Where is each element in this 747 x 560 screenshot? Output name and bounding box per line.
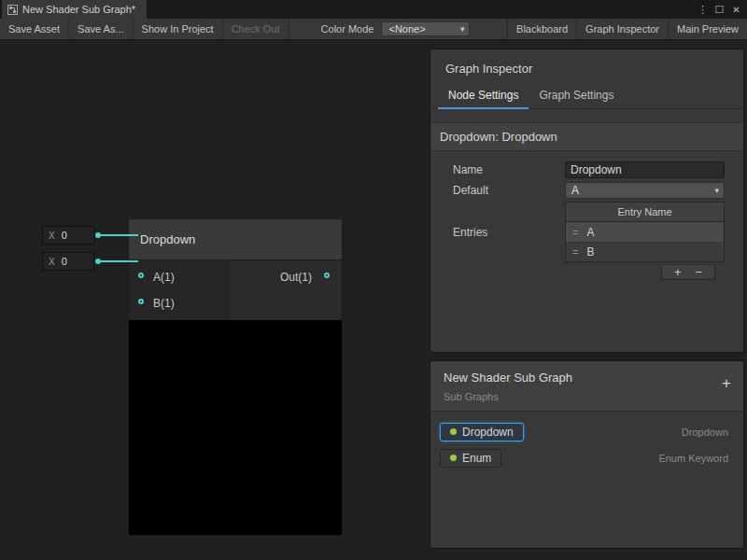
node-port-area: A(1) B(1) Out(1) bbox=[129, 260, 342, 320]
property-type-label: Enum Keyword bbox=[658, 453, 728, 464]
node-title[interactable]: Dropdown bbox=[129, 219, 342, 260]
default-dropdown-value: A bbox=[571, 184, 579, 197]
entries-list: Entry Name = A = B bbox=[565, 202, 725, 262]
entries-footer-row: + − bbox=[453, 262, 725, 281]
name-input[interactable] bbox=[565, 161, 725, 178]
default-dropdown[interactable]: A ▾ bbox=[565, 182, 725, 199]
graph-toolbar: Save Asset Save As... Show In Project Ch… bbox=[0, 19, 747, 40]
slot-b-value-widget[interactable]: X 0 bbox=[42, 252, 94, 271]
document-tab[interactable]: New Shader Sub Graph* bbox=[2, 0, 147, 19]
toolbar-right-group: Blackboard Graph Inspector Main Preview bbox=[507, 19, 747, 39]
blackboard-item-dropdown: Dropdown Dropdown bbox=[430, 422, 743, 441]
blackboard-toggle-button[interactable]: Blackboard bbox=[507, 19, 576, 39]
inspector-title: Graph Inspector bbox=[430, 49, 743, 85]
tab-node-settings[interactable]: Node Settings bbox=[438, 85, 529, 109]
maximize-icon[interactable]: ☐ bbox=[712, 0, 727, 19]
inspector-tabs: Node Settings Graph Settings bbox=[430, 85, 743, 109]
dropdown-node[interactable]: Dropdown A(1) B(1) Out(1) bbox=[128, 218, 343, 536]
node-settings-section-title: Dropdown: Dropdown bbox=[430, 122, 743, 151]
input-port-b-label: B(1) bbox=[153, 297, 175, 310]
add-entry-button[interactable]: + bbox=[674, 266, 682, 278]
entry-name: B bbox=[586, 245, 594, 259]
drag-handle-icon[interactable]: = bbox=[572, 246, 578, 258]
chevron-down-icon: ▾ bbox=[714, 186, 719, 195]
close-icon[interactable]: ✕ bbox=[728, 0, 744, 19]
output-port-label: Out(1) bbox=[280, 271, 312, 284]
slot-a-value-widget[interactable]: X 0 bbox=[42, 226, 94, 245]
kebab-menu-icon[interactable]: ⋮ bbox=[695, 0, 711, 19]
show-in-project-button[interactable]: Show In Project bbox=[134, 19, 223, 39]
input-port-a-label: A(1) bbox=[153, 271, 175, 284]
default-label: Default bbox=[453, 184, 565, 197]
node-inputs-column bbox=[129, 260, 229, 320]
add-property-button[interactable]: + bbox=[722, 375, 731, 391]
name-field-row: Name bbox=[453, 161, 725, 179]
entry-row-a[interactable]: = A bbox=[566, 222, 724, 242]
toolbar-spacer bbox=[289, 19, 314, 39]
graph-inspector-toggle-button[interactable]: Graph Inspector bbox=[576, 19, 668, 39]
check-out-button: Check Out bbox=[223, 19, 289, 39]
property-pill-dropdown[interactable]: Dropdown bbox=[440, 423, 524, 441]
input-port-b[interactable] bbox=[138, 299, 144, 304]
drag-handle-icon[interactable]: = bbox=[572, 227, 578, 238]
slot-b-value[interactable]: 0 bbox=[62, 256, 67, 267]
window-controls: ⋮ ☐ ✕ bbox=[695, 0, 747, 19]
node-preview bbox=[129, 320, 342, 535]
color-mode-label: Color Mode bbox=[314, 19, 382, 39]
blackboard-items: Dropdown Dropdown Enum Enum Keyword bbox=[430, 412, 743, 484]
slot-a-axis-label: X bbox=[49, 231, 55, 241]
slot-a-value[interactable]: 0 bbox=[62, 230, 67, 241]
property-name: Dropdown bbox=[462, 426, 514, 439]
node-settings-fields: Name Default A ▾ Entries Entry Name = A bbox=[430, 151, 743, 281]
main-preview-toggle-button[interactable]: Main Preview bbox=[668, 19, 747, 39]
color-mode-dropdown[interactable]: <None> ▾ bbox=[381, 21, 470, 36]
output-port-out[interactable] bbox=[324, 273, 330, 278]
graph-inspector-panel: Graph Inspector Node Settings Graph Sett… bbox=[430, 49, 744, 353]
blackboard-panel: New Shader Sub Graph Sub Graphs + Dropdo… bbox=[430, 360, 744, 549]
default-field-row: Default A ▾ bbox=[453, 181, 725, 200]
property-name: Enum bbox=[462, 452, 491, 465]
save-as-button[interactable]: Save As... bbox=[69, 19, 134, 39]
edge-a[interactable] bbox=[98, 234, 138, 236]
color-mode-value: <None> bbox=[388, 23, 425, 35]
name-label: Name bbox=[453, 163, 565, 176]
entries-label: Entries bbox=[453, 226, 565, 239]
entries-field-row: Entries Entry Name = A = B bbox=[453, 202, 725, 262]
slot-b-axis-label: X bbox=[49, 257, 55, 267]
save-asset-button[interactable]: Save Asset bbox=[0, 19, 69, 39]
title-bar: New Shader Sub Graph* ⋮ ☐ ✕ bbox=[0, 0, 747, 19]
chevron-down-icon: ▾ bbox=[460, 24, 465, 34]
property-type-label: Dropdown bbox=[682, 427, 728, 438]
property-type-dot-icon bbox=[450, 428, 457, 435]
entry-row-b[interactable]: = B bbox=[566, 242, 724, 261]
property-pill-enum[interactable]: Enum bbox=[440, 449, 501, 468]
tab-title: New Shader Sub Graph* bbox=[22, 4, 135, 15]
blackboard-title: New Shader Sub Graph bbox=[444, 371, 730, 385]
blackboard-item-enum: Enum Enum Keyword bbox=[430, 448, 743, 468]
tab-graph-settings[interactable]: Graph Settings bbox=[529, 85, 624, 108]
blackboard-header: New Shader Sub Graph Sub Graphs + bbox=[430, 361, 743, 412]
entries-list-header: Entry Name bbox=[566, 203, 724, 222]
remove-entry-button[interactable]: − bbox=[696, 266, 703, 278]
blackboard-subtitle: Sub Graphs bbox=[444, 391, 730, 402]
shader-graph-tab-icon bbox=[7, 5, 18, 15]
property-type-dot-icon bbox=[450, 455, 457, 461]
entry-name: A bbox=[586, 226, 594, 239]
input-port-a[interactable] bbox=[138, 273, 144, 278]
edge-b[interactable] bbox=[98, 260, 138, 262]
entries-list-footer: + − bbox=[661, 264, 715, 280]
